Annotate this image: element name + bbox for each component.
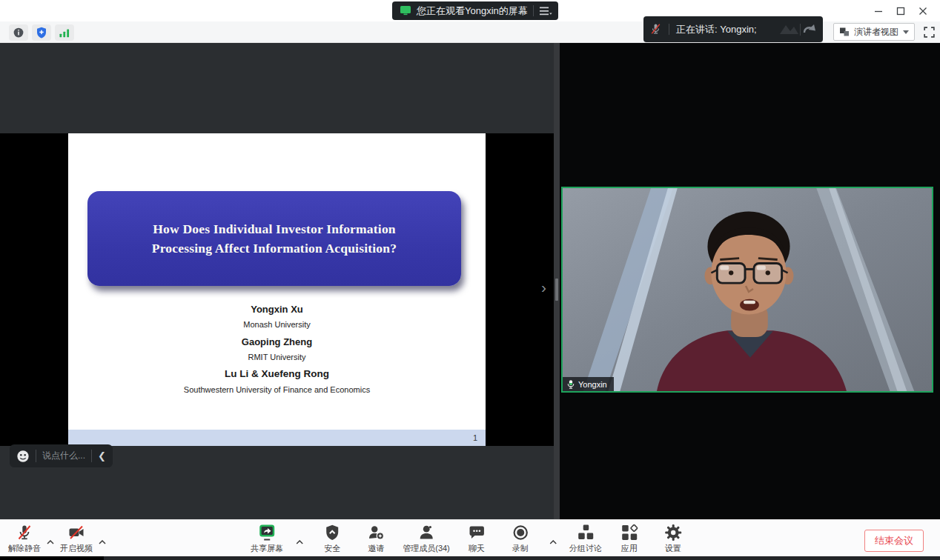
author-name: Gaoping Zheng [68,336,486,347]
meeting-window: 您正在观看Yongxin的屏幕 [0,0,940,560]
quick-chat-bar[interactable]: 说点什么... ❮ [10,444,113,467]
encryption-badge[interactable] [32,24,51,41]
maximize-icon [896,7,905,16]
security-shield-icon [323,524,341,541]
share-screen-label: 共享屏幕 [251,543,283,554]
pill-divider [533,5,534,16]
slide-title-line1: How Does Individual Investor Information [87,221,461,237]
connection-quality-indicator[interactable] [55,24,74,41]
divider-drag-handle[interactable] [555,279,558,301]
settings-gear-icon [664,524,682,541]
participant-name-label: Yongxin [578,380,607,389]
author-affiliation: Monash University [68,320,486,329]
author-affiliation: RMIT University [68,353,486,361]
chat-bubble-icon [468,524,486,541]
settings-button[interactable]: 设置 [656,524,690,554]
breakout-rooms-icon [577,524,595,541]
chat-label: 聊天 [469,543,485,554]
emoji-icon[interactable] [16,450,30,463]
close-button[interactable] [912,0,934,21]
security-label: 安全 [324,543,340,554]
invite-label: 邀请 [368,543,384,554]
info-icon [12,26,25,39]
pill-divider [669,24,669,35]
author-name: Lu Li & Xuefeng Rong [68,368,486,379]
shared-screen-pane: How Does Individual Investor Information… [0,43,554,557]
minimize-button[interactable] [867,0,890,21]
chevron-down-icon [903,30,909,34]
slide-title-box: How Does Individual Investor Information… [87,191,461,286]
mic-active-icon [567,379,575,390]
start-video-label: 开启视频 [60,543,93,554]
meeting-info-button[interactable] [9,24,28,41]
manage-participants-label: 管理成员(34) [403,543,450,554]
apps-label: 应用 [621,543,638,554]
breakout-rooms-button[interactable]: 分组讨论 [569,524,603,554]
watching-screen-label: 您正在观看Yongxin的屏幕 [417,4,528,18]
audio-options-chevron[interactable] [44,530,56,554]
slide-page-number: 1 [473,433,477,442]
invite-button[interactable]: 邀请 [359,524,393,554]
unmute-button[interactable]: 解除静音 [7,524,42,554]
record-options-chevron[interactable] [547,530,559,554]
meeting-toolbar: 解除静音 开启视频 [0,519,940,556]
participant-video-tile[interactable]: Yongxin [561,187,933,393]
apps-button[interactable]: 应用 [612,524,646,554]
bottom-edge-segment [0,556,104,560]
collapse-chat-chevron[interactable]: ❮ [98,450,106,461]
watching-screen-pill: 您正在观看Yongxin的屏幕 [392,1,558,20]
author-affiliation: Southwestern University of Finance and E… [68,385,486,394]
apps-icon [620,524,638,541]
share-screen-icon [257,524,277,542]
end-meeting-button[interactable]: 结束会议 [864,530,924,552]
manage-participants-button[interactable]: 管理成员(34) [403,524,450,554]
participant-name-tag: Yongxin [563,377,614,391]
window-controls [867,0,934,21]
record-button[interactable]: 录制 [503,524,537,554]
watching-screen-icon [400,5,411,16]
fullscreen-button[interactable] [921,24,936,39]
breakout-rooms-label: 分组讨论 [569,543,602,554]
unmute-label: 解除静音 [8,543,41,554]
author-name: Yongxin Xu [68,304,486,315]
pill-divider [36,450,36,462]
share-options-chevron[interactable] [294,530,305,554]
record-icon [512,524,529,541]
bottom-edge-strip [0,556,940,560]
start-video-button[interactable]: 开启视频 [59,524,93,554]
camera-off-icon [67,524,85,541]
record-label: 录制 [512,543,529,554]
toolbar-center-group: 共享屏幕 安全 [250,524,690,554]
maximize-button[interactable] [890,0,912,21]
connection-signal-icon [57,26,72,39]
close-icon [919,7,927,16]
pane-divider[interactable] [554,43,560,557]
video-feed [563,188,932,391]
invite-person-icon [367,524,385,541]
presentation-slide: How Does Individual Investor Information… [68,133,486,446]
toolbar-left-group: 解除静音 开启视频 [7,524,108,554]
video-pane: Yongxin [560,43,940,557]
view-mode-label: 演讲者视图 [854,26,898,39]
pill-divider [91,450,92,462]
muted-mic-icon [649,22,662,36]
video-options-chevron[interactable] [96,530,108,554]
minimize-icon [874,7,883,16]
slide-footer: 1 [68,430,486,446]
security-button[interactable]: 安全 [315,524,349,554]
active-speaker-label: 正在讲话: Yongxin; [676,23,772,36]
encryption-shield-icon [35,26,48,39]
fullscreen-icon [923,26,936,39]
mic-muted-icon [16,524,33,541]
chat-input-placeholder[interactable]: 说点什么... [42,450,85,462]
active-speaker-pill: 正在讲话: Yongxin; [643,16,823,42]
swap-views-icons[interactable] [778,21,817,38]
settings-label: 设置 [665,543,681,554]
view-mode-button[interactable]: 演讲者视图 [833,23,915,41]
expand-panel-chevron[interactable]: › [541,279,546,296]
participants-icon [417,524,435,541]
chat-button[interactable]: 聊天 [460,524,494,554]
slide-title-line2: Processing Affect Information Acquisitio… [87,241,461,256]
share-screen-button[interactable]: 共享屏幕 [250,524,284,554]
share-options-menu-icon[interactable] [539,6,552,16]
